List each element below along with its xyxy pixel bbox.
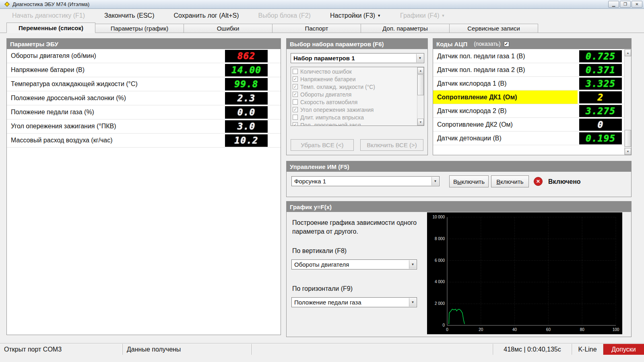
chevron-down-icon[interactable]: ▼: [416, 54, 423, 62]
menu-item-label: Начать диагностику (F1): [12, 12, 85, 19]
svg-text:6 000: 6 000: [435, 258, 445, 263]
list-item[interactable]: ✓ Темп. охлажд. жидкости (°С): [291, 83, 417, 90]
scrollbar-thumb[interactable]: [417, 74, 424, 95]
param-label: Положение педали газа (%): [11, 109, 225, 116]
param-row[interactable]: Массовый расход воздуха (кг/час) 10.2: [7, 134, 281, 148]
tab[interactable]: Параметры (график): [95, 24, 184, 33]
adc-row[interactable]: Сопротивление ДК2 (Ом) 0: [433, 118, 624, 132]
param-row[interactable]: Температура охлаждающей жидкости (°С) 99…: [7, 77, 281, 91]
svg-text:4 000: 4 000: [435, 280, 445, 284]
menu-item[interactable]: Графики (F4) ▼: [400, 12, 445, 19]
param-value: 2.3: [237, 93, 256, 103]
list-item[interactable]: ✓ Длит. импульса впрыска: [291, 113, 417, 121]
status-spacer: [252, 344, 493, 355]
adc-value: 0.195: [586, 133, 615, 144]
list-item[interactable]: ✓ Напряжение батареи: [291, 75, 417, 83]
svg-text:8 000: 8 000: [435, 237, 445, 241]
adc-show-checkbox[interactable]: ✓: [504, 41, 509, 47]
chevron-down-icon[interactable]: ▼: [431, 177, 439, 185]
param-row[interactable]: Положение дроссельной заслонки (%) 2.3: [7, 91, 281, 105]
graph-title: График y=F(x): [290, 204, 332, 210]
scroll-down-icon[interactable]: ▼: [625, 148, 631, 155]
checkbox-icon[interactable]: ✓: [293, 92, 298, 97]
adc-row[interactable]: Датчик пол. педали газа 2 (В) 0.371: [433, 63, 624, 77]
list-item[interactable]: ✓ Пол. дроссельной засл.: [291, 121, 417, 126]
param-row[interactable]: Напряжение батареи (В) 14.00: [7, 63, 281, 77]
svg-text:0: 0: [442, 323, 445, 327]
tab[interactable]: Доп. параметры: [361, 24, 450, 33]
adc-row[interactable]: Датчик кислорода 1 (В) 3.325: [433, 77, 624, 90]
svg-text:10 000: 10 000: [432, 215, 445, 219]
adc-lcd-display: 0.195: [579, 132, 622, 144]
list-item-label: Длит. импульса впрыска: [300, 114, 364, 121]
restore-button[interactable]: ❐: [620, 1, 631, 8]
param-row[interactable]: Обороты двигателя (об/мин) 862: [7, 49, 281, 63]
xy-chart-svg: 02 0004 0006 0008 00010 000020406080100: [427, 212, 622, 334]
checkbox-icon[interactable]: ✓: [293, 115, 298, 120]
scroll-up-icon[interactable]: ▲: [625, 49, 631, 56]
menu-item[interactable]: Выбор блока (F2) ▼: [258, 12, 310, 19]
adc-row[interactable]: Сопротивление ДК1 (Ом) 2: [433, 90, 624, 104]
tab-label: Ошибки: [217, 25, 239, 32]
tab-label: Сервисные записи: [467, 25, 520, 32]
adc-rows: Датчик пол. педали газа 1 (В) 0.725 Датч…: [433, 49, 624, 145]
tab[interactable]: Сервисные записи: [449, 24, 538, 33]
vertical-axis-label: По вертикали (F8): [292, 247, 347, 255]
tab[interactable]: Паспорт: [272, 24, 361, 33]
menu-item[interactable]: Закончить (ESC) ▼: [104, 12, 154, 19]
scroll-down-icon[interactable]: ▼: [417, 119, 424, 125]
adc-lcd-display: 2: [579, 91, 622, 103]
checkbox-icon[interactable]: ✓: [293, 84, 298, 89]
adc-row-label: Датчик кислорода 2 (В): [433, 104, 578, 117]
im-status-text: Включено: [548, 178, 581, 185]
scroll-up-icon[interactable]: ▲: [417, 67, 424, 74]
vertical-axis-combobox[interactable]: Обороты двигателя ▼: [291, 259, 417, 269]
param-row[interactable]: Угол опережения зажигания (°ПКВ) 3.0: [7, 119, 281, 134]
menu-item[interactable]: Настройки (F3) ▼: [330, 12, 381, 19]
list-item[interactable]: ✓ Количество ошибок: [291, 68, 417, 75]
adc-row[interactable]: Датчик кислорода 2 (В) 3.275: [433, 104, 624, 118]
list-item[interactable]: ✓ Угол опережения зажигания: [291, 106, 417, 113]
im-on-button[interactable]: Включить: [491, 175, 529, 187]
param-set-header: Выбор набора параметров (F6): [287, 39, 427, 49]
checkbox-icon[interactable]: ✓: [293, 69, 298, 74]
im-combobox[interactable]: Форсунка 1 ▼: [291, 176, 440, 186]
checkbox-icon[interactable]: ✓: [293, 99, 298, 105]
menu-item[interactable]: Начать диагностику (F1) ▼: [12, 12, 85, 19]
vertical-axis-selected: Обороты двигателя: [294, 261, 349, 268]
im-off-button[interactable]: Выключить: [449, 175, 489, 187]
close-button[interactable]: ✕: [632, 1, 642, 8]
checkbox-icon[interactable]: ✓: [293, 107, 298, 112]
list-item-label: Количество ошибок: [300, 68, 352, 75]
scrollbar-thumb[interactable]: [625, 130, 631, 147]
minimize-button[interactable]: ▁: [608, 1, 619, 8]
chevron-down-icon[interactable]: ▼: [409, 260, 416, 269]
tab[interactable]: Переменные (список): [6, 23, 95, 33]
checkbox-icon[interactable]: ✓: [293, 122, 298, 126]
adc-row[interactable]: Датчик детонации (В) 0.195: [433, 132, 624, 145]
horizontal-axis-combobox[interactable]: Положение педали газа ▼: [291, 297, 417, 307]
param-set-selected: Набор параметров 1: [293, 55, 355, 62]
status-data: Данные получены: [123, 344, 252, 355]
param-set-combobox[interactable]: Набор параметров 1 ▼: [291, 53, 424, 63]
chevron-down-icon: ▼: [441, 14, 445, 18]
list-item[interactable]: ✓ Обороты двигателя: [291, 90, 417, 98]
chevron-down-icon[interactable]: ▼: [409, 298, 416, 306]
menu-bar: Начать диагностику (F1) ▼ Закончить (ESC…: [0, 9, 644, 23]
listbox-scrollbar[interactable]: ▲ ▼: [417, 67, 424, 125]
tab-label: Паспорт: [305, 25, 328, 32]
tab[interactable]: Ошибки: [184, 24, 272, 33]
list-item[interactable]: ✓ Скорость автомобиля: [291, 98, 417, 106]
adc-row-label: Сопротивление ДК1 (Ом): [433, 90, 578, 104]
svg-text:2 000: 2 000: [435, 301, 445, 306]
menu-item[interactable]: Сохранить лог (Alt+S) ▼: [173, 12, 239, 19]
status-timing: 418мс | 0:0:40,135с: [493, 344, 572, 355]
menu-item-label: Сохранить лог (Alt+S): [173, 12, 239, 19]
tab-label: Доп. параметры: [382, 25, 427, 32]
adc-row[interactable]: Датчик пол. педали газа 1 (В) 0.725: [433, 49, 624, 63]
param-lcd-display: 0.0: [225, 106, 268, 119]
param-value: 14.00: [231, 65, 261, 75]
adc-scrollbar[interactable]: ▲ ▼: [624, 49, 631, 155]
param-row[interactable]: Положение педали газа (%) 0.0: [7, 105, 281, 119]
checkbox-icon[interactable]: ✓: [293, 76, 298, 82]
